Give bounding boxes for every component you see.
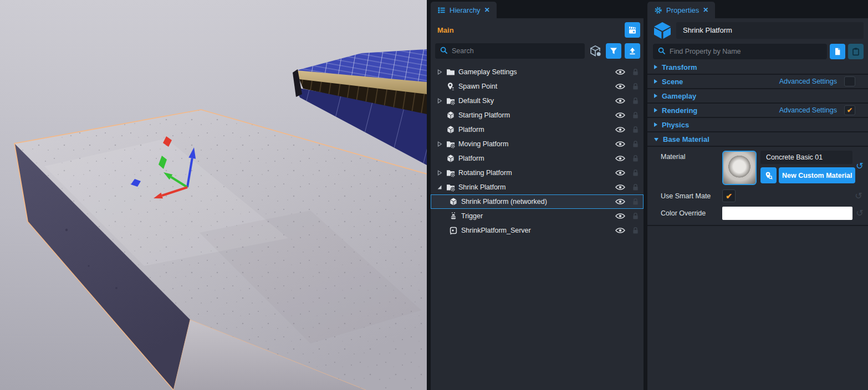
tree-item-label: Shrink Platform (networked) [461, 198, 612, 206]
eye-visibility-icon[interactable] [615, 126, 625, 133]
clipboard-icon [851, 47, 860, 56]
tab-properties[interactable]: Properties ✕ [647, 2, 715, 18]
lock-icon[interactable] [632, 212, 639, 220]
asset-cube-icon[interactable] [588, 44, 603, 58]
lock-icon[interactable] [632, 155, 639, 162]
properties-panel: Properties ✕ [647, 0, 868, 390]
folder-gear-icon [446, 183, 455, 192]
viewport-3d[interactable] [0, 0, 427, 390]
tree-row-moving-platform[interactable]: Moving Platform [431, 137, 644, 151]
lock-icon[interactable] [632, 140, 639, 148]
eye-visibility-icon[interactable] [615, 213, 625, 219]
expand-caret-icon[interactable] [436, 97, 443, 105]
clapperboard-icon [628, 25, 637, 34]
tree-row-shrinkplatform-server[interactable]: ShrinkPlatform_Server [431, 223, 644, 238]
expand-caret-icon[interactable] [436, 140, 443, 148]
section-rendering[interactable]: Rendering Advanced Settings ✔ [647, 104, 868, 118]
hierarchy-tree: Gameplay Settings Spawn Point [431, 65, 644, 238]
chevron-right-icon [654, 79, 657, 84]
advanced-settings-checkbox[interactable]: ✔ [844, 105, 855, 115]
properties-tabbar: Properties ✕ [647, 0, 868, 18]
folder-gear-icon [446, 140, 455, 148]
material-thumbnail[interactable] [722, 151, 757, 185]
lock-icon[interactable] [632, 126, 639, 134]
lock-icon[interactable] [632, 68, 639, 76]
eye-visibility-icon[interactable] [615, 155, 625, 162]
capture-button[interactable] [625, 22, 640, 38]
import-button[interactable] [625, 43, 640, 59]
section-transform[interactable]: Transform [647, 60, 868, 75]
section-gameplay[interactable]: Gameplay [647, 89, 868, 104]
tab-hierarchy[interactable]: Hierarchy ✕ [431, 2, 497, 18]
tree-row-starting-platform[interactable]: Starting Platform [431, 108, 644, 122]
lock-icon[interactable] [632, 97, 639, 105]
paste-properties-button[interactable] [848, 44, 864, 59]
tree-row-default-sky[interactable]: Default Sky [431, 94, 644, 108]
script-icon [449, 226, 458, 235]
filter-button[interactable] [606, 43, 621, 59]
tree-row-shrink-platform[interactable]: Shrink Platform [431, 180, 644, 194]
chevron-right-icon [654, 108, 657, 112]
new-custom-material-button[interactable]: New Custom Material [779, 167, 855, 183]
use-smart-mate-checkbox[interactable]: ✔ [722, 189, 736, 202]
chevron-right-icon [654, 122, 657, 127]
breadcrumb[interactable]: Main [437, 26, 454, 34]
eye-visibility-icon[interactable] [615, 227, 625, 234]
material-name-field[interactable]: Concrete Basic 01 [760, 151, 852, 164]
hierarchy-header-row: Main [431, 18, 644, 42]
lock-icon[interactable] [632, 183, 639, 191]
advanced-settings-checkbox[interactable] [844, 76, 855, 86]
locate-material-button[interactable] [760, 167, 777, 183]
color-override-label: Color Override [661, 209, 722, 217]
collapse-caret-icon[interactable] [436, 183, 443, 191]
expand-caret-icon[interactable] [436, 68, 443, 76]
folder-icon [446, 68, 455, 76]
tree-row-spawn-point[interactable]: Spawn Point [431, 79, 644, 94]
reset-icon[interactable]: ↺ [855, 151, 865, 171]
eye-visibility-icon[interactable] [615, 198, 625, 205]
section-title: Rendering [662, 106, 697, 115]
section-base-material[interactable]: Base Material [647, 132, 868, 147]
tree-row-shrink-platform-networked[interactable]: Shrink Platform (networked) [431, 194, 644, 209]
eye-visibility-icon[interactable] [615, 141, 625, 147]
section-scene[interactable]: Scene Advanced Settings [647, 75, 868, 89]
lock-icon[interactable] [632, 227, 639, 234]
tree-row-rotating-platform[interactable]: Rotating Platform [431, 166, 644, 180]
tree-item-label: Gameplay Settings [458, 68, 612, 76]
lock-icon[interactable] [632, 83, 639, 90]
tree-row-platform[interactable]: Platform [431, 122, 644, 137]
advanced-settings-label[interactable]: Advanced Settings [779, 106, 837, 114]
hierarchy-search-input[interactable] [435, 43, 585, 59]
eye-visibility-icon[interactable] [615, 69, 625, 75]
copy-properties-button[interactable] [830, 44, 845, 59]
trigger-icon [449, 212, 458, 220]
eye-visibility-icon[interactable] [615, 83, 625, 90]
lock-icon[interactable] [632, 169, 639, 177]
lock-icon[interactable] [632, 198, 639, 206]
tree-row-platform[interactable]: Platform [431, 151, 644, 166]
reset-icon[interactable]: ↺ [854, 192, 864, 201]
reset-icon[interactable]: ↺ [855, 209, 865, 218]
eye-visibility-icon[interactable] [615, 170, 625, 176]
eye-visibility-icon[interactable] [615, 184, 625, 191]
tree-item-label: Trigger [461, 212, 612, 220]
entity-name-field[interactable] [676, 22, 864, 39]
tree-item-label: Platform [458, 126, 612, 134]
property-search-input[interactable] [653, 44, 827, 59]
color-override-swatch[interactable] [722, 207, 852, 220]
close-icon[interactable]: ✕ [703, 6, 708, 14]
tree-row-gameplay-settings[interactable]: Gameplay Settings [431, 65, 644, 79]
material-row: Material Concrete Basic 01 New Custom Ma… [661, 151, 864, 185]
tree-item-label: Moving Platform [458, 140, 612, 148]
upload-icon [628, 47, 637, 55]
eye-visibility-icon[interactable] [615, 98, 625, 104]
section-physics[interactable]: Physics [647, 118, 868, 132]
tab-label: Properties [666, 6, 699, 14]
advanced-settings-label[interactable]: Advanced Settings [779, 78, 837, 85]
tree-row-trigger[interactable]: Trigger [431, 209, 644, 223]
material-label: Material [661, 151, 722, 161]
lock-icon[interactable] [632, 111, 639, 119]
close-icon[interactable]: ✕ [484, 6, 490, 14]
expand-caret-icon[interactable] [436, 169, 443, 177]
eye-visibility-icon[interactable] [615, 112, 625, 119]
